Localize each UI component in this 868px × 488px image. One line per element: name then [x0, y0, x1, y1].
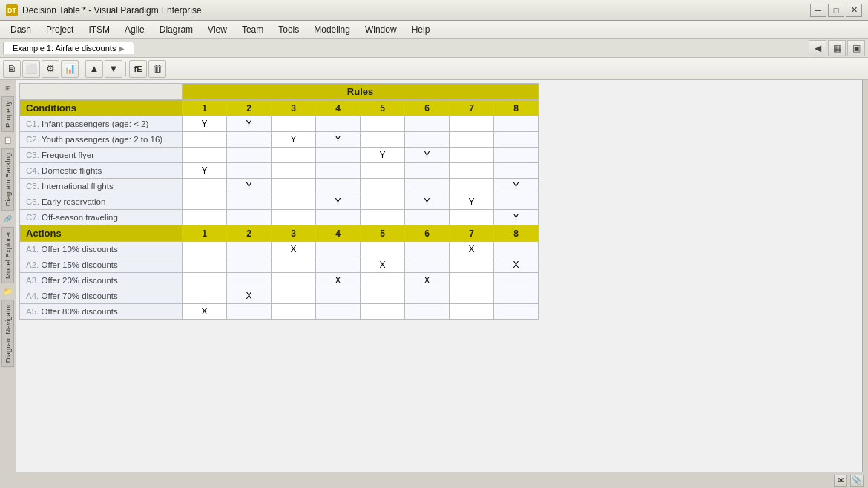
a5-v2[interactable] — [227, 304, 272, 320]
c3-v3[interactable] — [272, 148, 316, 163]
c6-v4[interactable]: Y — [316, 194, 361, 210]
c7-v4[interactable] — [316, 210, 361, 225]
c7-v7[interactable] — [450, 210, 494, 225]
a2-v7[interactable] — [450, 257, 494, 273]
nav-icon-4[interactable]: 📁 — [1, 285, 15, 298]
c1-v7[interactable] — [450, 116, 494, 132]
c2-v6[interactable] — [405, 132, 450, 148]
menu-agile[interactable]: Agile — [117, 23, 152, 36]
nav-back-button[interactable]: ◀ — [809, 40, 826, 56]
c5-v7[interactable] — [450, 179, 494, 194]
move-down-button[interactable]: ▼ — [105, 60, 122, 78]
c2-v5[interactable] — [361, 132, 405, 148]
c1-v2[interactable]: Y — [227, 116, 272, 132]
a3-v8[interactable] — [494, 273, 539, 288]
nav-icon-2[interactable]: 📋 — [1, 133, 15, 147]
a5-v7[interactable] — [450, 304, 494, 320]
c7-v6[interactable] — [405, 210, 450, 225]
settings-button[interactable]: ⚙ — [42, 60, 59, 78]
c7-v3[interactable] — [272, 210, 316, 225]
move-up-button[interactable]: ▲ — [85, 60, 103, 78]
c6-v3[interactable] — [272, 194, 316, 210]
a3-v1[interactable] — [183, 273, 227, 288]
nav-tab-backlog[interactable]: Diagram Backlog — [1, 148, 14, 211]
a3-v4[interactable]: X — [316, 273, 361, 288]
c4-v3[interactable] — [272, 163, 316, 179]
c7-v5[interactable] — [361, 210, 405, 225]
a1-v5[interactable] — [361, 242, 405, 257]
c3-v4[interactable] — [316, 148, 361, 163]
menu-itsm[interactable]: ITSM — [81, 23, 117, 36]
attachment-icon[interactable]: 📎 — [850, 475, 864, 487]
a1-v4[interactable] — [316, 242, 361, 257]
c5-v5[interactable] — [361, 179, 405, 194]
c1-v3[interactable] — [272, 116, 316, 132]
menu-tools[interactable]: Tools — [271, 23, 306, 36]
c2-v4[interactable]: Y — [316, 132, 361, 148]
a2-v5[interactable]: X — [361, 257, 405, 273]
c1-v6[interactable] — [405, 116, 450, 132]
c1-v4[interactable] — [316, 116, 361, 132]
c3-v8[interactable] — [494, 148, 539, 163]
c5-v1[interactable] — [183, 179, 227, 194]
c7-v2[interactable] — [227, 210, 272, 225]
c1-v1[interactable]: Y — [183, 116, 227, 132]
menu-modeling[interactable]: Modeling — [306, 23, 358, 36]
a2-v4[interactable] — [316, 257, 361, 273]
a4-v5[interactable] — [361, 288, 405, 304]
new-button[interactable]: 🗎 — [3, 60, 21, 78]
c2-v8[interactable] — [494, 132, 539, 148]
c6-v8[interactable] — [494, 194, 539, 210]
delete-button[interactable]: 🗑 — [148, 60, 166, 78]
c4-v5[interactable] — [361, 163, 405, 179]
diagram-tab[interactable]: Example 1: Airfare discounts ▶ — [3, 42, 134, 54]
a4-v6[interactable] — [405, 288, 450, 304]
menu-dash[interactable]: Dash — [3, 23, 39, 36]
a3-v2[interactable] — [227, 273, 272, 288]
nav-icon-3[interactable]: 🔗 — [1, 212, 15, 225]
a4-v3[interactable] — [272, 288, 316, 304]
nav-icon-1[interactable]: ⊞ — [1, 82, 15, 95]
a4-v4[interactable] — [316, 288, 361, 304]
c3-v2[interactable] — [227, 148, 272, 163]
c4-v1[interactable]: Y — [183, 163, 227, 179]
a1-v7[interactable]: X — [450, 242, 494, 257]
c5-v8[interactable]: Y — [494, 179, 539, 194]
c4-v7[interactable] — [450, 163, 494, 179]
frame-button[interactable]: ⬜ — [22, 60, 40, 78]
c3-v6[interactable]: Y — [405, 148, 450, 163]
menu-window[interactable]: Window — [358, 23, 404, 36]
a4-v8[interactable] — [494, 288, 539, 304]
a3-v6[interactable]: X — [405, 273, 450, 288]
menu-project[interactable]: Project — [39, 23, 81, 36]
c7-v1[interactable] — [183, 210, 227, 225]
chart-button[interactable]: 📊 — [61, 60, 79, 78]
menu-view[interactable]: View — [200, 23, 234, 36]
c2-v7[interactable] — [450, 132, 494, 148]
c6-v5[interactable] — [361, 194, 405, 210]
c5-v2[interactable]: Y — [227, 179, 272, 194]
maximize-button[interactable]: □ — [828, 4, 844, 17]
c4-v2[interactable] — [227, 163, 272, 179]
c7-v8[interactable]: Y — [494, 210, 539, 225]
c6-v2[interactable] — [227, 194, 272, 210]
a5-v6[interactable] — [405, 304, 450, 320]
c3-v7[interactable] — [450, 148, 494, 163]
a4-v7[interactable] — [450, 288, 494, 304]
a3-v7[interactable] — [450, 273, 494, 288]
a5-v5[interactable] — [361, 304, 405, 320]
nav-tab-model[interactable]: Model Explorer — [1, 227, 14, 283]
a2-v1[interactable] — [183, 257, 227, 273]
c4-v8[interactable] — [494, 163, 539, 179]
c6-v6[interactable]: Y — [405, 194, 450, 210]
a1-v6[interactable] — [405, 242, 450, 257]
c2-v3[interactable]: Y — [272, 132, 316, 148]
c5-v3[interactable] — [272, 179, 316, 194]
c2-v2[interactable] — [227, 132, 272, 148]
c4-v6[interactable] — [405, 163, 450, 179]
a4-v1[interactable] — [183, 288, 227, 304]
a2-v8[interactable]: X — [494, 257, 539, 273]
c2-v1[interactable] — [183, 132, 227, 148]
a3-v5[interactable] — [361, 273, 405, 288]
c3-v5[interactable]: Y — [361, 148, 405, 163]
